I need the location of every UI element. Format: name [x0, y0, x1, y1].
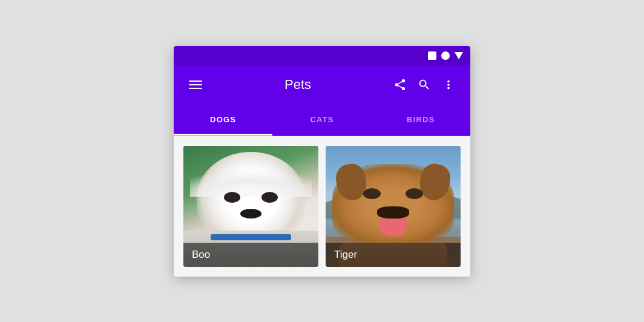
status-icon-square — [428, 51, 436, 60]
share-button[interactable] — [388, 73, 412, 97]
status-icon-triangle — [455, 52, 463, 59]
tab-dogs[interactable]: DOGS — [174, 104, 272, 136]
hamburger-icon — [189, 80, 202, 89]
tab-birds[interactable]: BIRDS — [372, 104, 470, 136]
tab-cats[interactable]: CATS — [272, 104, 371, 136]
pet-name-tiger: Tiger — [326, 243, 461, 267]
pet-name-boo: Boo — [183, 243, 318, 267]
phone-frame: Pets DOGS CATS BIRDS — [174, 46, 470, 277]
status-icon-circle — [441, 51, 450, 60]
status-bar — [174, 46, 470, 65]
tab-bar: DOGS CATS BIRDS — [174, 104, 470, 136]
menu-button[interactable] — [183, 73, 208, 97]
more-button[interactable] — [436, 73, 461, 97]
app-bar: Pets — [174, 65, 470, 104]
share-icon — [393, 78, 407, 91]
content-area: Boo — [174, 136, 470, 277]
search-icon — [418, 78, 431, 91]
pet-card-tiger[interactable]: Tiger — [326, 146, 461, 267]
more-vert-icon — [442, 78, 455, 91]
app-title: Pets — [208, 77, 388, 93]
pet-card-boo[interactable]: Boo — [183, 146, 318, 267]
search-button[interactable] — [412, 73, 436, 97]
